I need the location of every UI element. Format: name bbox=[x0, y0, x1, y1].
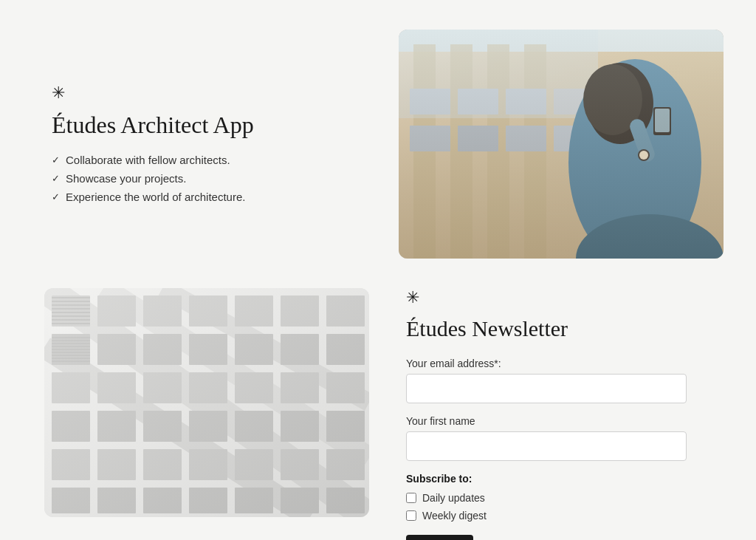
feature-item-1: Collaborate with fellow architects. bbox=[52, 154, 362, 166]
checkbox-group: Daily updates Weekly digest bbox=[406, 492, 716, 522]
name-form-group: Your first name bbox=[406, 415, 716, 461]
newsletter-section: ✳ Études Newsletter Your email address*:… bbox=[399, 288, 724, 540]
email-input[interactable] bbox=[406, 374, 687, 403]
weekly-digest-label: Weekly digest bbox=[422, 510, 487, 522]
newsletter-asterisk-icon: ✳ bbox=[406, 288, 716, 307]
name-label: Your first name bbox=[406, 415, 716, 427]
svg-rect-91 bbox=[44, 288, 369, 517]
daily-updates-label: Daily updates bbox=[422, 492, 485, 504]
newsletter-title: Études Newsletter bbox=[406, 316, 716, 341]
page-wrapper: ✳ Études Architect App Collaborate with … bbox=[0, 0, 756, 540]
svg-rect-25 bbox=[399, 30, 724, 259]
feature-list: Collaborate with fellow architects. Show… bbox=[52, 154, 362, 203]
app-title: Études Architect App bbox=[52, 112, 362, 139]
weekly-digest-checkbox[interactable] bbox=[406, 510, 416, 521]
building-grid-photo bbox=[44, 288, 369, 517]
daily-updates-checkbox-label[interactable]: Daily updates bbox=[406, 492, 716, 504]
app-section: ✳ Études Architect App Collaborate with … bbox=[44, 30, 369, 259]
feature-item-3: Experience the world of architecture. bbox=[52, 191, 362, 203]
signup-button[interactable]: Sign up bbox=[406, 535, 473, 540]
top-photo-section bbox=[399, 30, 724, 259]
email-label: Your email address*: bbox=[406, 358, 716, 369]
email-form-group: Your email address*: bbox=[406, 358, 716, 403]
feature-item-2: Showcase your projects. bbox=[52, 172, 362, 185]
app-asterisk-icon: ✳ bbox=[52, 85, 362, 101]
architecture-photo bbox=[399, 30, 724, 259]
bottom-photo-section bbox=[44, 288, 369, 540]
daily-updates-checkbox[interactable] bbox=[406, 493, 416, 503]
name-input[interactable] bbox=[406, 431, 687, 461]
subscribe-to-label: Subscribe to: bbox=[406, 473, 716, 485]
weekly-digest-checkbox-label[interactable]: Weekly digest bbox=[406, 510, 716, 522]
